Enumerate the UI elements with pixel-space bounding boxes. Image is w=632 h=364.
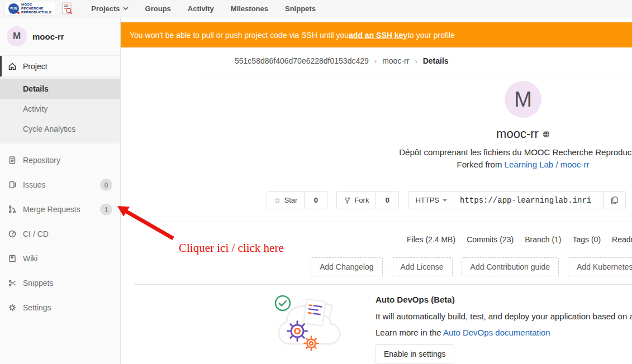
forked-from-link[interactable]: Learning Lab / mooc-rr bbox=[505, 160, 590, 169]
project-actions-row: ☆ Star 0 Fork 0 HTTPS bbox=[267, 191, 626, 209]
autodevops-doc-link[interactable]: Auto DevOps documentation bbox=[443, 328, 550, 337]
breadcrumb-current: Details bbox=[423, 56, 449, 65]
add-contribution-guide-button[interactable]: Add Contribution guide bbox=[462, 257, 559, 276]
home-icon bbox=[8, 62, 17, 71]
breadcrumb-separator: › bbox=[415, 57, 417, 65]
document-icon bbox=[8, 156, 17, 165]
sidebar-item-label: Project bbox=[23, 62, 47, 71]
banner-text-after: to your profile bbox=[407, 31, 455, 40]
add-kubernetes-cluster-button[interactable]: Add Kubernetes cluster bbox=[568, 257, 632, 276]
ssh-warning-banner: You won't be able to pull or push projec… bbox=[121, 22, 632, 47]
annotation-text: Cliquer ici / click here bbox=[179, 241, 284, 255]
sidebar-item-wiki[interactable]: Wiki bbox=[0, 246, 120, 271]
add-ssh-key-link[interactable]: add an SSH key bbox=[349, 31, 407, 40]
sidebar-item-cycle-analytics[interactable]: Cycle Analytics bbox=[0, 119, 120, 139]
fun-logo-circle: FUN bbox=[8, 3, 19, 14]
sidebar-item-details[interactable]: Details bbox=[0, 79, 120, 99]
missing-files-row: Add Changelog Add License Add Contributi… bbox=[311, 257, 632, 276]
breadcrumb-separator: › bbox=[374, 57, 377, 65]
sidebar-item-label: Issues bbox=[23, 180, 45, 189]
sidebar-item-issues[interactable]: Issues 0 bbox=[0, 173, 120, 197]
add-license-button[interactable]: Add License bbox=[392, 257, 453, 276]
logo-line3: REPRODUCTIBLE bbox=[21, 11, 51, 15]
sidebar-item-activity[interactable]: Activity bbox=[0, 99, 120, 119]
forked-from-prefix: Forked from bbox=[457, 160, 505, 169]
star-count[interactable]: 0 bbox=[304, 191, 327, 209]
site-logo[interactable]: FUN MOOC RECHERCHE REPRODUCTIBLE bbox=[4, 2, 55, 16]
issues-icon bbox=[8, 180, 17, 189]
sidebar-item-label: Activity bbox=[23, 104, 47, 113]
readme-link[interactable]: Readme bbox=[612, 235, 632, 244]
tags-link[interactable]: Tags (0) bbox=[573, 235, 601, 244]
sidebar-item-label: Snippets bbox=[23, 279, 53, 288]
clone-url-input[interactable] bbox=[454, 191, 604, 209]
sidebar-item-label: Wiki bbox=[23, 254, 37, 263]
sidebar-item-repository[interactable]: Repository bbox=[0, 148, 120, 173]
autodevops-section: Auto DevOps (Beta) It will automatically… bbox=[376, 295, 632, 363]
nav-snippets-label: Snippets bbox=[285, 4, 316, 13]
avatar-letter: M bbox=[13, 31, 21, 42]
sidebar-item-label: CI / CD bbox=[23, 229, 49, 238]
autodevops-body: It will automatically build, test, and d… bbox=[376, 312, 632, 321]
enable-in-settings-button[interactable]: Enable in settings bbox=[376, 344, 454, 363]
forked-from-line: Forked from Learning Lab / mooc-rr bbox=[121, 160, 632, 169]
clipboard-icon bbox=[610, 196, 619, 205]
add-changelog-button[interactable]: Add Changelog bbox=[311, 257, 383, 276]
fork-group: Fork 0 bbox=[336, 191, 399, 209]
breadcrumb-namespace[interactable]: 551c58d86f406d70e6228df0153dc429 bbox=[235, 56, 369, 65]
star-label: Star bbox=[284, 196, 298, 204]
book-icon bbox=[8, 254, 17, 263]
chevron-down-icon bbox=[123, 7, 129, 11]
sidebar-item-label: Settings bbox=[23, 303, 51, 312]
autodevops-illustration bbox=[272, 288, 345, 362]
copy-url-button[interactable] bbox=[603, 191, 626, 209]
sidebar-item-cicd[interactable]: CI / CD bbox=[0, 222, 120, 246]
sidebar-item-snippets[interactable]: Snippets bbox=[0, 271, 120, 295]
nav-milestones-label: Milestones bbox=[231, 4, 268, 13]
fork-button[interactable]: Fork bbox=[336, 191, 376, 209]
banner-text-before: You won't be able to pull or push projec… bbox=[130, 31, 349, 40]
autodevops-learn-prefix: Learn more in the bbox=[376, 328, 443, 337]
top-nav-links: Projects Groups Activity Milestones Snip… bbox=[91, 4, 316, 13]
protocol-label: HTTPS bbox=[415, 196, 439, 204]
commits-link[interactable]: Commits (23) bbox=[467, 235, 514, 244]
sidebar-item-label: Repository bbox=[23, 156, 60, 165]
protocol-dropdown[interactable]: HTTPS bbox=[408, 191, 454, 209]
logo-line2: RECHERCHE bbox=[21, 7, 51, 11]
nav-milestones[interactable]: Milestones bbox=[231, 4, 268, 13]
clone-url-group: HTTPS bbox=[408, 191, 626, 209]
files-link[interactable]: Files (2.4 MB) bbox=[407, 235, 455, 244]
project-title-row: mooc-rr bbox=[121, 127, 632, 141]
logo-line1: MOOC bbox=[21, 3, 51, 7]
scissors-icon bbox=[8, 279, 17, 288]
fork-icon bbox=[344, 197, 351, 204]
sidebar-item-project[interactable]: Project bbox=[0, 56, 120, 76]
sidebar-item-settings[interactable]: Settings bbox=[0, 295, 120, 320]
nav-activity-label: Activity bbox=[188, 4, 214, 13]
fork-label: Fork bbox=[354, 196, 369, 204]
branch-link[interactable]: Branch (1) bbox=[525, 235, 561, 244]
top-navbar: FUN MOOC RECHERCHE REPRODUCTIBLE Project… bbox=[0, 0, 632, 17]
section-divider bbox=[134, 222, 632, 222]
sidebar-project-name: mooc-rr bbox=[32, 32, 64, 41]
fork-count[interactable]: 0 bbox=[376, 191, 399, 209]
project-sidebar: M mooc-rr Project Details Activity Cycle… bbox=[0, 17, 121, 364]
star-button[interactable]: ☆ Star bbox=[267, 191, 305, 209]
sidebar-item-merge-requests[interactable]: Merge Requests 1 bbox=[0, 197, 120, 222]
nav-groups-label: Groups bbox=[145, 4, 171, 13]
project-avatar: M bbox=[505, 81, 541, 118]
project-submenu: Details Activity Cycle Analytics bbox=[0, 76, 120, 143]
nav-groups[interactable]: Groups bbox=[145, 4, 171, 13]
page-title: mooc-rr bbox=[496, 127, 539, 141]
merge-requests-count-badge: 1 bbox=[100, 204, 112, 215]
gear-icon bbox=[8, 303, 17, 312]
breadcrumb-project[interactable]: mooc-rr bbox=[382, 56, 409, 65]
public-globe-icon bbox=[543, 131, 550, 138]
nav-projects-label: Projects bbox=[91, 4, 120, 13]
gauge-icon bbox=[8, 229, 17, 238]
nav-projects[interactable]: Projects bbox=[91, 4, 128, 13]
nav-snippets[interactable]: Snippets bbox=[285, 4, 316, 13]
project-avatar-letter: M bbox=[514, 88, 532, 112]
sidebar-context-header[interactable]: M mooc-rr bbox=[0, 17, 120, 56]
nav-activity[interactable]: Activity bbox=[188, 4, 214, 13]
